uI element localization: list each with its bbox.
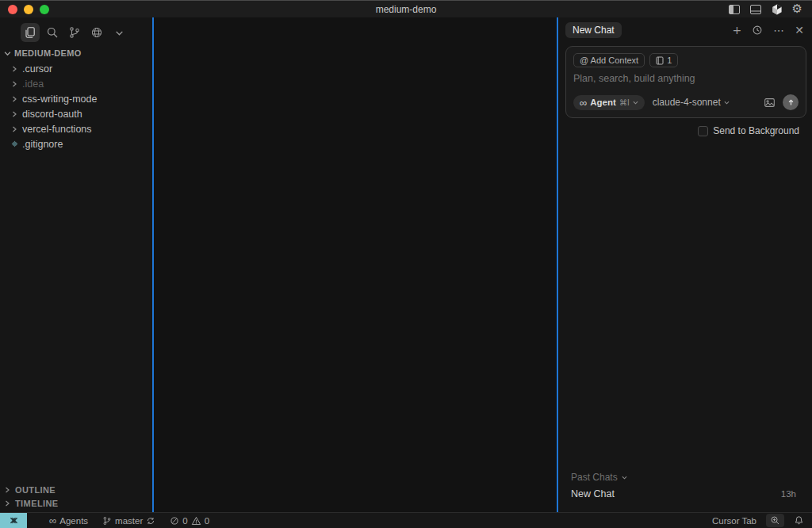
errors-count: 0 — [182, 516, 187, 526]
chat-history-icon[interactable] — [752, 25, 763, 36]
warnings-count: 0 — [205, 516, 209, 526]
attach-image-icon[interactable] — [764, 97, 776, 109]
timeline-section-header[interactable]: TIMELINE — [0, 497, 152, 512]
explorer-project-header[interactable]: MEDIUM-DEMO — [0, 45, 152, 61]
errors-icon — [170, 516, 179, 526]
file-tree: .cursor .idea css-writing-mode discord-o… — [0, 61, 152, 151]
tree-item-idea[interactable]: .idea — [0, 76, 152, 91]
app-window: medium-demo ⚙ — [0, 0, 812, 528]
close-window-button[interactable] — [8, 5, 17, 14]
activity-toolbar — [0, 17, 152, 45]
add-context-chip[interactable]: @ Add Context — [573, 53, 645, 67]
chevron-down-icon — [622, 475, 627, 480]
timeline-label: TIMELINE — [15, 499, 59, 508]
chat-panel: New Chat + ⋯ ✕ @ Add Context 1 — [558, 17, 812, 512]
branch-name-label: master — [115, 516, 143, 526]
sidebar: MEDIUM-DEMO .cursor .idea css-writing-mo… — [0, 17, 152, 512]
folder-label: discord-oauth — [22, 109, 82, 120]
past-chats-label: Past Chats — [571, 472, 618, 483]
close-panel-icon[interactable]: ✕ — [795, 25, 804, 36]
folder-label: .idea — [22, 78, 44, 90]
git-branch-icon — [102, 516, 112, 526]
infinity-icon: ∞ — [580, 98, 587, 108]
infinity-icon: ∞ — [49, 515, 56, 526]
past-chat-item[interactable]: New Chat 13h — [558, 483, 812, 512]
tree-item-cursor[interactable]: .cursor — [0, 61, 152, 76]
tree-item-css-writing-mode[interactable]: css-writing-mode — [0, 91, 152, 106]
cursor-tab-status-item[interactable]: Cursor Tab — [710, 516, 758, 526]
tree-item-gitignore[interactable]: .gitignore — [0, 136, 152, 151]
warnings-icon — [191, 516, 201, 526]
notifications-bell-icon[interactable] — [792, 515, 806, 526]
open-tabs-chip[interactable]: 1 — [649, 53, 678, 67]
window-controls — [8, 5, 49, 14]
chevron-down-icon — [633, 100, 638, 105]
source-control-icon[interactable] — [65, 23, 84, 42]
toggle-panel-icon[interactable] — [749, 3, 762, 16]
past-chats-header[interactable]: Past Chats — [558, 472, 812, 483]
folder-label: css-writing-mode — [22, 94, 97, 105]
chat-tab-new-chat[interactable]: New Chat — [565, 22, 622, 38]
past-chat-title: New Chat — [571, 488, 615, 499]
extensions-icon[interactable] — [87, 23, 106, 42]
screencast-zoom-icon[interactable] — [766, 514, 784, 527]
open-tabs-count: 1 — [667, 55, 672, 65]
problems-status-item[interactable]: 0 0 — [168, 516, 211, 526]
chevron-right-icon — [4, 487, 10, 493]
toggle-sidebar-icon[interactable] — [728, 3, 741, 16]
tree-item-vercel-functions[interactable]: vercel-functions — [0, 121, 152, 136]
explorer-icon[interactable] — [21, 23, 40, 42]
outline-section-header[interactable]: OUTLINE — [0, 482, 152, 497]
chevron-right-icon — [11, 81, 18, 87]
search-icon[interactable] — [43, 23, 62, 42]
chevron-down-icon — [724, 100, 730, 105]
chevron-right-icon — [11, 96, 18, 102]
send-to-background-checkbox[interactable] — [698, 126, 708, 136]
status-bar: ∞ Agents master 0 0 Cursor Tab — [0, 512, 812, 528]
chevron-right-icon — [11, 126, 18, 132]
agent-mode-label: Agent — [590, 98, 616, 107]
more-views-chevron-icon[interactable] — [109, 23, 128, 42]
chat-input-card: @ Add Context 1 ∞ Agent ⌘I claud — [565, 46, 806, 118]
maximize-window-button[interactable] — [40, 5, 49, 14]
chat-message-input[interactable] — [573, 73, 799, 84]
git-branch-status-item[interactable]: master — [101, 516, 157, 526]
chat-header: New Chat + ⋯ ✕ — [558, 17, 812, 41]
chevron-right-icon — [11, 111, 18, 117]
agents-status-item[interactable]: ∞ Agents — [48, 515, 90, 526]
folder-label: vercel-functions — [22, 124, 92, 135]
chevron-right-icon — [11, 66, 18, 72]
window-title: medium-demo — [0, 4, 812, 15]
agent-mode-dropdown[interactable]: ∞ Agent ⌘I — [573, 95, 645, 110]
send-to-background-label: Send to Background — [713, 125, 799, 136]
open-tabs-icon — [656, 56, 664, 65]
outline-label: OUTLINE — [15, 485, 56, 495]
past-chat-time: 13h — [781, 489, 796, 499]
settings-gear-icon[interactable]: ⚙ — [792, 3, 802, 15]
editor-empty-area — [154, 17, 557, 512]
title-bar: medium-demo ⚙ — [0, 0, 812, 17]
folder-label: .cursor — [22, 63, 52, 75]
send-message-button[interactable] — [783, 94, 799, 110]
send-to-background-row: Send to Background — [558, 118, 812, 136]
minimize-window-button[interactable] — [24, 5, 33, 14]
agents-label: Agents — [59, 516, 88, 526]
new-chat-plus-icon[interactable]: + — [733, 25, 742, 36]
model-label: claude-4-sonnet — [653, 97, 721, 108]
remote-indicator[interactable] — [0, 513, 27, 528]
file-label: .gitignore — [22, 139, 63, 150]
tree-item-discord-oauth[interactable]: discord-oauth — [0, 106, 152, 121]
more-actions-icon[interactable]: ⋯ — [773, 25, 784, 36]
chevron-down-icon — [4, 50, 11, 57]
model-dropdown[interactable]: claude-4-sonnet — [653, 97, 730, 108]
chevron-right-icon — [4, 500, 10, 507]
project-name-label: MEDIUM-DEMO — [14, 48, 82, 58]
sync-icon — [146, 516, 155, 526]
agent-shortcut-label: ⌘I — [619, 98, 630, 107]
cursor-logo-icon[interactable] — [771, 3, 783, 16]
git-file-diamond-icon — [11, 140, 18, 148]
